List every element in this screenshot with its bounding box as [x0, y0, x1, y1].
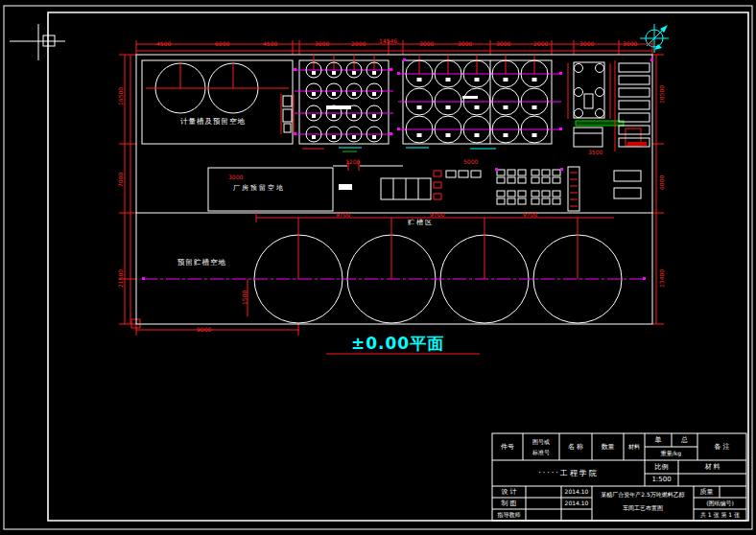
tb-material-label: 材 料 [678, 460, 746, 474]
tb-drawing-title-2: 车间工艺布置图 [592, 501, 694, 515]
label-tank-reserved: 预留贮槽空地 [177, 259, 226, 267]
dimension-label: 6000 [215, 41, 229, 47]
dimension-label: 4500 [263, 41, 277, 47]
tb-drawing-title-1: 某糖厂合资年产2.5万吨燃料乙醇 [592, 488, 694, 501]
dimension-label: 9000 [197, 327, 211, 333]
tb-draft-date: 2014.10 [561, 498, 592, 509]
tb-col-remark: 备 注 [697, 433, 746, 460]
stair-column [615, 60, 650, 151]
axis-node-markers [142, 58, 653, 280]
tb-design-date: 2014.10 [561, 486, 592, 498]
tb-advisor-label: 指导教师 [492, 509, 526, 521]
small-equipment-left [281, 94, 294, 134]
label-tank-zone: 贮槽区 [408, 220, 434, 226]
dimension-label: 3500 [588, 150, 602, 155]
dimension-label: 3000 [623, 41, 637, 47]
dimension-label: 4500 [156, 41, 171, 47]
dimension-label: 1500 [242, 291, 248, 305]
tb-col-item: 件号 [492, 433, 523, 460]
dimension-label: 16500 [118, 87, 124, 105]
tb-col-weight: 重量/kg [645, 447, 697, 460]
north-arrow-icon [640, 24, 669, 53]
dimension-label: 5000 [463, 159, 478, 165]
tb-sheet-count: 共 1 张 第 1 张 [694, 509, 746, 521]
tb-scale-label: 比例 [645, 460, 678, 474]
tb-col-name: 名 称 [559, 433, 592, 460]
dimension-label: 3000 [315, 41, 329, 47]
dimension-label: 2000 [351, 41, 366, 47]
dimension-label: 21500 [118, 269, 124, 288]
dimension-label: 3000 [419, 41, 434, 47]
dimension-label: 10500 [659, 85, 665, 104]
metering-tank-room [142, 60, 293, 144]
small-tank-grid-a [295, 55, 393, 151]
cad-drawing-sheet: 计量槽及预留空地 厂房预留空地 贮槽区 预留贮槽空地 ±0.00平面 45006… [0, 0, 756, 535]
dimension-lines [119, 40, 664, 336]
tb-col-drawing-no-2: 标准号 [523, 447, 559, 457]
tb-draft-label: 制 图 [492, 498, 526, 509]
tb-scale-value: 1:500 [645, 474, 678, 486]
dimension-label: 2000 [533, 41, 548, 47]
label-metering-area: 计量槽及预留空地 [180, 118, 246, 126]
storage-tanks [144, 213, 645, 323]
tb-col-qty: 数量 [592, 433, 624, 460]
label-factory-reserved: 厂房预留空地 [233, 185, 285, 192]
dimension-label: 9700 [523, 212, 537, 218]
dimension-label: 1200 [345, 159, 360, 165]
dimension-label: 7000 [118, 173, 124, 187]
dimension-label: 9700 [336, 212, 350, 218]
dimension-label: 3000 [496, 41, 510, 47]
tb-col-total: 总 [672, 433, 697, 447]
tb-organization: ·····工程学院 [492, 460, 645, 486]
dimension-label: 14546 [379, 38, 397, 44]
tb-col-drawing-no-1: 图号或 [523, 436, 559, 447]
dimension-label: 13400 [659, 269, 665, 288]
registration-mark [10, 24, 65, 60]
tb-col-material: 材料 [624, 433, 645, 460]
tb-sheet-no: (图纸编号) [694, 498, 746, 509]
tb-col-unit: 单 [645, 433, 672, 447]
dimension-label: 6000 [659, 175, 665, 190]
small-tank-grid-b [398, 55, 561, 149]
dimension-label: 3000 [458, 41, 472, 47]
dimension-label: 3000 [579, 41, 594, 47]
plan-title: ±0.00平面 [351, 333, 444, 355]
dimension-label: 3000 [228, 174, 243, 180]
tb-design-label: 设 计 [492, 486, 526, 498]
tb-mass-label: 质量 [694, 486, 720, 498]
middle-equipment [381, 167, 641, 211]
dimension-label: 9700 [430, 212, 444, 218]
